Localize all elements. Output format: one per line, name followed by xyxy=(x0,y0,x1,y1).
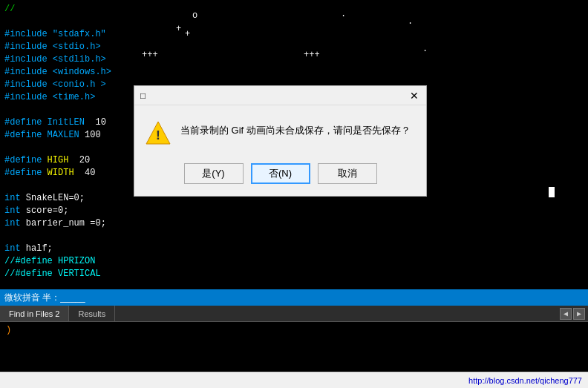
status-bar: 微软拼音 半：_____ xyxy=(0,289,588,306)
code-line-empty xyxy=(4,16,118,28)
code-line-include6: #include <time.h> xyxy=(4,91,118,104)
tab-scroll-controls: ◀ ▶ xyxy=(560,308,588,320)
dialog-cancel-button[interactable]: 取消 xyxy=(318,163,377,184)
warning-icon: ! xyxy=(145,120,172,147)
code-line-def4: #define WIDTH 40 xyxy=(4,167,118,180)
code-line-var2: int score=0; xyxy=(4,205,118,217)
scroll-left-btn[interactable]: ◀ xyxy=(560,308,572,320)
dialog-title-bar: □ ✕ xyxy=(134,86,426,105)
code-line-empty4 xyxy=(4,180,118,192)
tabs-bar: Find in Files 2 Results ◀ ▶ xyxy=(0,306,588,322)
tab-results[interactable]: Results xyxy=(69,306,115,321)
terminal-dot-2: + xyxy=(176,24,181,34)
code-line-include1: #include "stdafx.h" xyxy=(4,28,118,41)
dialog-message: 当前录制的 Gif 动画尚未合成保存，请问是否先保存？ xyxy=(180,120,411,138)
terminal-dot-3: + xyxy=(185,29,190,39)
dialog-box: □ ✕ ! 当前录制的 Gif 动画尚未合成保存，请问是否先保存？ 是(Y) 否… xyxy=(134,85,427,197)
code-line-var1: int SnakeLEN=0; xyxy=(4,192,118,205)
code-editor: // #include "stdafx.h" #include <stdio.h… xyxy=(0,0,122,289)
code-line-empty2 xyxy=(4,104,118,116)
code-line-include5: #include <conio.h > xyxy=(4,79,118,91)
dialog-yes-button[interactable]: 是(Y) xyxy=(184,163,244,184)
terminal-dot-4: +++ xyxy=(142,50,158,60)
code-line-empty5 xyxy=(4,230,118,243)
svg-text:!: ! xyxy=(154,128,163,143)
code-line-include2: #include <stdio.h> xyxy=(4,41,118,53)
code-line-1: // xyxy=(4,3,118,16)
terminal-dot-5: +++ xyxy=(304,50,320,60)
cursor xyxy=(549,187,555,197)
tab-find-in-files[interactable]: Find in Files 2 xyxy=(0,306,69,321)
code-line-var4: int half; xyxy=(4,243,118,255)
status-text: 微软拼音 半：_____ xyxy=(4,292,85,304)
scroll-right-btn[interactable]: ▶ xyxy=(573,308,585,320)
code-line-comment1: //#define HPRIZON xyxy=(4,255,118,268)
dialog-body: ! 当前录制的 Gif 动画尚未合成保存，请问是否先保存？ xyxy=(134,105,426,157)
footer-bar: http://blog.csdn.net/qicheng777 xyxy=(0,372,588,388)
code-line-include3: #include <stdlib.h> xyxy=(4,53,118,66)
code-line-def3: #define HIGH 20 xyxy=(4,154,118,167)
terminal-dot-6: . xyxy=(341,9,346,19)
terminal-dot-8: . xyxy=(422,44,428,54)
code-line-def1: #define InitLEN 10 xyxy=(4,116,118,129)
code-line-var3: int barrier_num =0; xyxy=(4,217,118,230)
bottom-code-text: ) xyxy=(6,325,11,335)
code-line-def2: #define MAXLEN 100 xyxy=(4,129,118,142)
footer-link: http://blog.csdn.net/qicheng777 xyxy=(468,376,582,385)
dialog-title: □ xyxy=(140,91,146,101)
code-line-empty3 xyxy=(4,142,118,154)
dialog-no-button[interactable]: 否(N) xyxy=(251,163,310,184)
terminal-dot-1: o xyxy=(192,10,197,21)
code-line-include4: #include <windows.h> xyxy=(4,66,118,79)
dialog-close-button[interactable]: ✕ xyxy=(408,90,420,102)
terminal-dot-7: . xyxy=(408,16,413,27)
code-line-comment2: //#define VERTICAL xyxy=(4,268,118,280)
dialog-buttons: 是(Y) 否(N) 取消 xyxy=(134,157,426,196)
